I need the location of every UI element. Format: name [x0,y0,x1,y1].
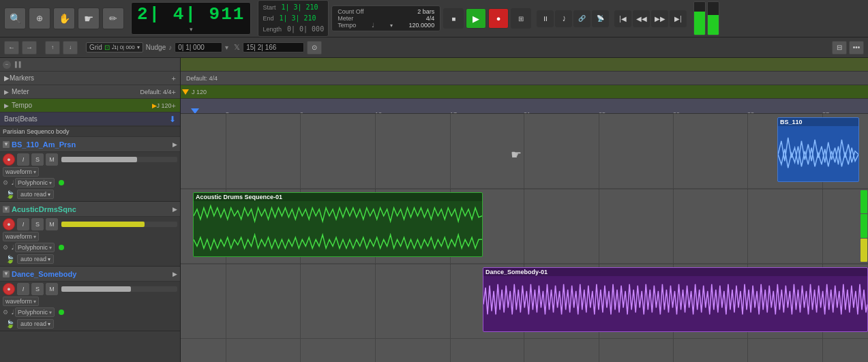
pencil-icon: ✏ [109,13,117,24]
goto-end-button[interactable]: ▶| [670,10,687,27]
track1-solo-btn[interactable]: S [31,153,44,166]
loop-icon: ⊞ [518,15,524,22]
track2-waveform-dropdown[interactable]: waveform ▾ [3,232,39,241]
track1-auto-dropdown[interactable]: auto read ▾ [17,190,54,199]
grid-control[interactable]: Grid ⊡ 𝅘𝅥𝅮 1| 0| 000 ▾ [86,42,143,52]
counter-display[interactable]: 2| 4| 911 ▾ [131,2,251,35]
shuffle-tool-btn[interactable]: ⊕ [29,7,50,29]
tempo-triangle-icon: ▶ [152,102,157,109]
track3-auto-dropdown[interactable]: auto read ▾ [17,319,54,329]
track1-collapse-btn[interactable]: ▼ [3,141,10,148]
meter-add-btn[interactable]: + [172,88,176,96]
sidebar-collapse-btn[interactable]: − [3,61,11,69]
track3-collapse-btn[interactable]: ▼ [3,271,10,277]
play-button[interactable]: ▶ [466,8,486,29]
length-label: Length [263,25,282,34]
link-button[interactable]: 🔗 [573,10,590,27]
ext-button[interactable]: 📡 [592,10,609,27]
rewind-button[interactable]: ◀◀ [633,10,650,27]
goto-start-button[interactable]: |◀ [614,10,631,27]
clip-bs110[interactable]: BS_110 [777,117,859,182]
pause-button[interactable]: ⏸ [537,10,554,27]
clip-acoustic-drums[interactable]: Acoustic Drums Sequence-01 [193,192,483,257]
track3-volume-slider[interactable] [61,286,177,292]
tempo-ruler-expand-btn[interactable]: ▶ [4,102,9,109]
track1-waveform-dropdown[interactable]: waveform ▾ [3,167,39,177]
track-up-btn[interactable]: ↑ [45,41,60,55]
pointer-tool-btn[interactable]: ☛ [78,7,100,29]
track2-solo-btn[interactable]: S [31,218,44,230]
track1-poly-dropdown[interactable]: Polyphonic ▾ [15,178,55,187]
track3-record-arm-btn[interactable]: ● [3,283,15,295]
track2-auto-dropdown[interactable]: auto read ▾ [17,254,54,264]
track3-poly-row: ⚙ 𝅘𝅥 Polyphonic ▾ [3,307,177,317]
track2-collapse-btn[interactable]: ▼ [3,206,10,213]
meter-ruler-expand-btn[interactable]: ▶ [4,89,9,95]
zoom-icon: 🔍 [10,13,21,24]
end-value: 1| 3| 210 [279,13,316,24]
track2-input-btn[interactable]: I [17,218,29,230]
clip-dance-somebody[interactable]: Dance_Somebody-01 [483,267,868,332]
clip-dance-somebody-label: Dance_Somebody-01 [483,268,867,276]
record-button[interactable]: ● [488,8,509,29]
track3-leaf-icon: 🍃 [5,320,15,329]
arrange-tracks[interactable]: ☛ BS_110 [181,114,868,362]
fast-forward-button[interactable]: ▶▶ [651,10,668,27]
track1-options-btn[interactable]: ▶ [173,141,177,148]
markers-add-btn[interactable]: + [172,74,176,82]
track2-mute-btn[interactable]: M [46,218,58,230]
tempo-ruler-row: ▶ Tempo ▶ J 120 + [0,99,180,112]
end-marker-target-btn[interactable]: ⊙ [307,41,322,55]
track-item-2: ▼ AcusticDrmsSqnc ▶ ● I S M waveform [0,202,180,267]
timeline-area: Default: 4/4 J 120 5 9 13 17 21 25 [181,58,868,362]
tempo-value: 120.0000 [409,22,435,29]
end-marker-value[interactable]: 15| 2| 166 [243,42,304,52]
track2-gear-icon: ⚙ [3,244,8,251]
track3-active-indicator [59,310,64,315]
markers-expand-btn[interactable]: ▶ [4,74,10,82]
arrange-track-2: Acoustic Drums Sequence-01 [181,189,868,264]
count-off-block: Count Off 2 bars Meter 4/4 Tempo ♩ ▾ 120… [331,5,440,31]
end-label: End [263,14,273,23]
arrange-track-3: Dance_Somebody-01 [181,264,868,339]
track3-waveform-dropdown[interactable]: waveform ▾ [3,297,39,306]
clip-bs110-waveform [778,127,858,181]
track2-record-arm-btn[interactable]: ● [3,218,15,230]
track3-options-btn[interactable]: ▶ [173,271,177,277]
tempo-note-icon: ♩ [372,22,374,29]
pencil-tool-btn[interactable]: ✏ [102,7,124,29]
loop-button[interactable]: ⊞ [511,8,531,29]
track2-meter-bars [860,189,868,263]
stop-button[interactable]: ■ [443,8,464,29]
mixer-btn[interactable]: ⊟ [832,41,847,55]
nav-right-btn[interactable]: → [22,41,37,55]
nav-left-btn[interactable]: ← [4,41,19,55]
transport-secondary: ⏸ ⤸ 🔗 📡 [537,10,609,27]
bounce-button[interactable]: ⤸ [555,10,572,27]
track2-poly-dropdown[interactable]: Polyphonic ▾ [15,243,55,252]
track3-input-btn[interactable]: I [17,283,29,295]
track1-volume-slider[interactable] [61,157,177,162]
master-vu-right [707,1,719,35]
track3-solo-btn[interactable]: S [31,283,44,295]
nudge-dropdown-arrow[interactable]: ▾ [225,44,228,51]
track1-waveform-arrow: ▾ [33,169,36,175]
track-down-btn[interactable]: ↓ [63,41,78,55]
nudge-value[interactable]: 0| 1| 000 [175,42,222,52]
track1-controls: ● I S M waveform ▾ ⚙ 𝅘𝅥 [0,152,180,201]
transport-buttons: ■ ▶ ● ⊞ [443,8,531,29]
track2-volume-slider[interactable] [61,222,177,227]
more-btn[interactable]: ••• [849,41,864,55]
track1-mute-btn[interactable]: M [46,153,58,166]
grab-tool-btn[interactable]: ✋ [53,7,75,29]
track3-mute-btn[interactable]: M [46,283,58,295]
tempo-marker-triangle [182,89,189,95]
zoom-tool-btn[interactable]: 🔍 [4,7,26,29]
track3-poly-dropdown[interactable]: Polyphonic ▾ [15,307,55,317]
track1-record-arm-btn[interactable]: ● [3,153,15,166]
clip-acoustic-drums-label: Acoustic Drums Sequence-01 [194,193,482,201]
tempo-add-btn[interactable]: + [172,102,176,110]
clip-dance-somebody-waveform [483,277,867,331]
track2-options-btn[interactable]: ▶ [173,206,177,213]
track1-input-btn[interactable]: I [17,153,29,166]
